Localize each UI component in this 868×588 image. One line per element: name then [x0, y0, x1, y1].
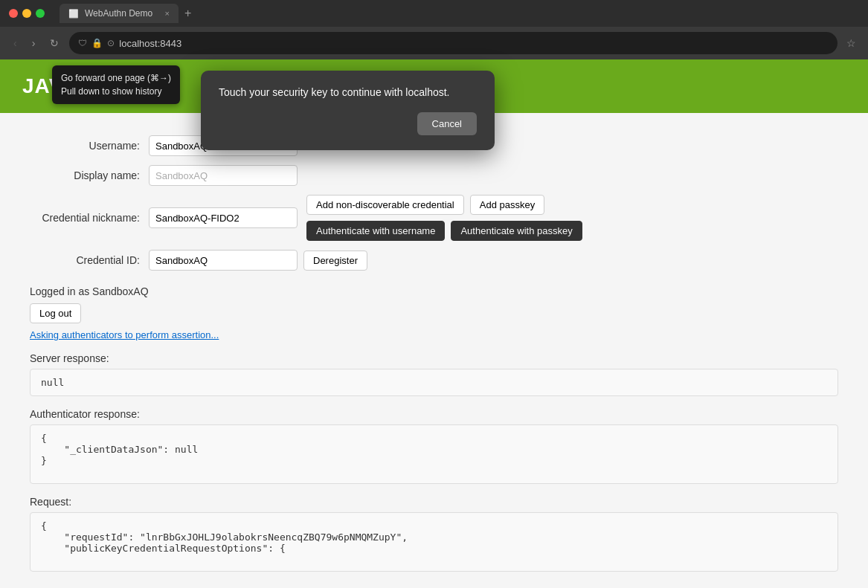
browser-titlebar: ⬜ WebAuthn Demo × + [0, 0, 868, 27]
active-tab[interactable]: ⬜ WebAuthn Demo × [60, 4, 179, 23]
browser-toolbar: ‹ › ↻ 🛡 🔒 ⊙ localhost:8443 ☆ [0, 27, 868, 59]
tab-bar: ⬜ WebAuthn Demo × + [60, 4, 859, 23]
tab-title: WebAuthn Demo [85, 8, 159, 19]
back-button[interactable]: ‹ [9, 34, 22, 52]
modal-message: Touch your security key to continue with… [219, 85, 477, 100]
bookmark-button[interactable]: ☆ [843, 34, 859, 52]
close-traffic-light[interactable] [9, 9, 18, 18]
forward-tooltip: Go forward one page (⌘→) Pull down to sh… [52, 65, 180, 104]
tab-close-button[interactable]: × [165, 9, 170, 18]
address-bar[interactable]: 🛡 🔒 ⊙ localhost:8443 [69, 32, 838, 54]
fullscreen-traffic-light[interactable] [36, 9, 45, 18]
url-text: localhost:8443 [119, 38, 829, 49]
site-icon: ⊙ [107, 38, 115, 48]
forward-button[interactable]: › [28, 34, 40, 52]
modal-overlay: Touch your security key to continue with… [0, 59, 868, 588]
modal-actions: Cancel [219, 112, 477, 135]
lock-icon: 🔒 [91, 38, 103, 48]
tooltip-line2: Pull down to show history [61, 85, 171, 98]
security-key-modal: Touch your security key to continue with… [201, 71, 495, 150]
new-tab-button[interactable]: + [184, 7, 191, 20]
modal-cancel-button[interactable]: Cancel [417, 112, 477, 135]
tab-icon: ⬜ [68, 9, 79, 19]
traffic-lights [9, 9, 45, 18]
minimize-traffic-light[interactable] [22, 9, 31, 18]
shield-icon: 🛡 [78, 38, 87, 48]
reload-button[interactable]: ↻ [45, 34, 63, 52]
tooltip-line1: Go forward one page (⌘→) [61, 71, 171, 85]
